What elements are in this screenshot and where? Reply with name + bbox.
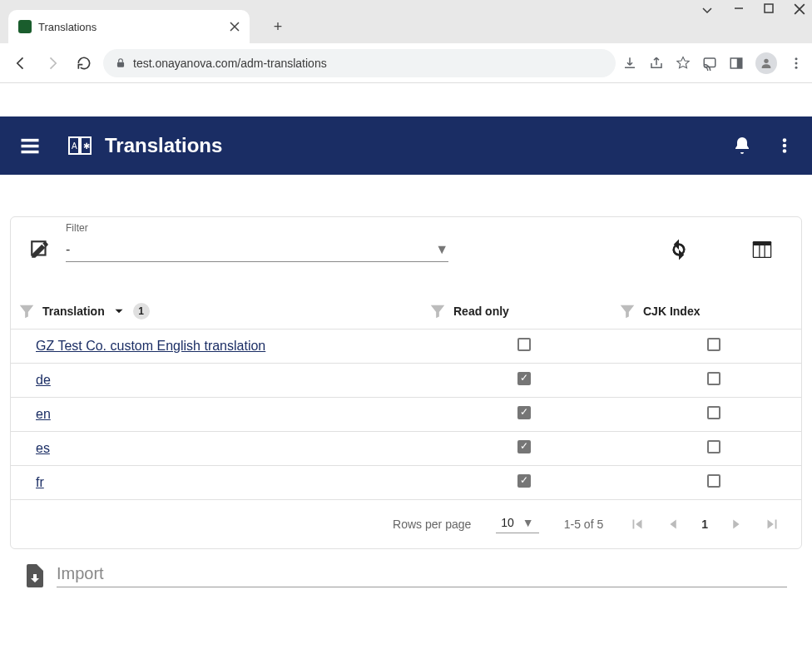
svg-text:✱: ✱ [83,141,90,151]
lock-icon [115,57,126,69]
cast-icon[interactable] [702,52,717,74]
svg-point-17 [783,144,787,148]
first-page-button[interactable] [628,515,646,533]
filter-dropdown[interactable]: - ▼ [66,237,448,262]
table-row: es [11,432,801,466]
minimize-icon[interactable] [734,3,744,17]
refresh-button[interactable] [666,237,691,262]
table-row: GZ Test Co. custom English translation [11,330,801,364]
svg-rect-2 [704,58,715,67]
url-text: test.onayanova.com/adm-translations [133,57,327,70]
col-header-cjk-index[interactable]: CJK Index [643,305,700,318]
last-page-button[interactable] [763,515,781,533]
app-menu-icon[interactable] [775,136,794,155]
edit-icon[interactable] [29,239,51,260]
table-row: de [11,364,801,398]
close-tab-icon[interactable] [230,22,240,32]
caret-down-icon: ▼ [522,516,534,529]
page-title: Translations [105,134,709,157]
read-only-checkbox[interactable] [517,372,531,385]
cjk-index-checkbox[interactable] [707,474,720,488]
svg-point-6 [795,57,798,60]
favicon [18,20,32,33]
svg-point-5 [764,58,768,62]
svg-rect-9 [22,139,39,142]
sort-priority-badge: 1 [133,303,150,320]
translation-link[interactable]: es [36,441,50,455]
filter-funnel-icon[interactable] [17,302,36,320]
maximize-icon[interactable] [764,3,774,17]
download-icon[interactable] [622,52,637,74]
translations-icon: A✱ [68,136,92,155]
filter-label: Filter [66,222,88,234]
caret-down-icon: ▼ [435,242,448,257]
browser-tab[interactable]: Translations [8,10,250,43]
columns-button[interactable] [750,237,775,262]
svg-rect-10 [22,145,39,148]
svg-rect-0 [765,4,773,12]
col-header-translation[interactable]: Translation [42,305,105,318]
next-page-button[interactable] [726,515,745,533]
col-header-read-only[interactable]: Read only [453,305,509,318]
upload-icon[interactable] [25,564,45,587]
svg-point-7 [795,62,798,64]
cjk-index-checkbox[interactable] [707,372,720,385]
svg-rect-22 [760,245,765,257]
filter-value: - [66,242,70,257]
svg-point-16 [783,138,787,142]
hamburger-menu-icon[interactable] [18,134,42,157]
browser-menu-icon[interactable] [789,52,804,74]
read-only-checkbox[interactable] [517,338,531,351]
rows-per-page-label: Rows per page [393,518,471,531]
profile-avatar[interactable] [755,52,777,74]
svg-rect-23 [765,245,770,257]
reload-button[interactable] [72,51,97,76]
translation-link[interactable]: en [36,407,51,421]
cjk-index-checkbox[interactable] [707,406,720,419]
current-page: 1 [701,518,708,531]
read-only-checkbox[interactable] [517,440,531,453]
read-only-checkbox[interactable] [517,406,531,419]
cjk-index-checkbox[interactable] [707,440,720,453]
svg-rect-21 [754,245,759,257]
svg-text:A: A [72,141,77,151]
translation-link[interactable]: fr [36,475,44,489]
svg-rect-1 [117,62,124,67]
notifications-bell-icon[interactable] [732,136,752,156]
import-field[interactable]: Import [57,564,787,587]
table-row: en [11,398,801,432]
sort-down-icon[interactable] [111,304,126,319]
filter-funnel-icon[interactable] [428,302,447,320]
address-bar[interactable]: test.onayanova.com/adm-translations [103,49,616,77]
prev-page-button[interactable] [665,515,683,533]
chevron-down-icon[interactable] [701,3,714,17]
svg-point-8 [795,66,798,68]
cjk-index-checkbox[interactable] [707,338,720,351]
filter-funnel-icon[interactable] [618,302,636,320]
rows-per-page-value: 10 [501,516,514,529]
close-window-icon[interactable] [794,3,805,17]
translation-link[interactable]: de [36,373,51,387]
svg-point-18 [783,149,787,153]
share-icon[interactable] [649,52,664,74]
pagination-range: 1-5 of 5 [564,518,603,531]
panel-icon[interactable] [729,52,744,74]
translation-link[interactable]: GZ Test Co. custom English translation [36,339,265,353]
translations-card: Filter - ▼ [10,216,802,549]
svg-rect-4 [737,58,742,68]
rows-per-page-select[interactable]: 10 ▼ [496,516,538,533]
svg-rect-11 [22,151,39,154]
tab-title: Translations [38,21,230,33]
bookmark-star-icon[interactable] [676,52,691,74]
read-only-checkbox[interactable] [517,474,531,488]
back-button[interactable] [8,51,33,76]
table-row: fr [11,466,801,500]
forward-button[interactable] [40,51,65,76]
new-tab-button[interactable]: + [266,15,290,38]
